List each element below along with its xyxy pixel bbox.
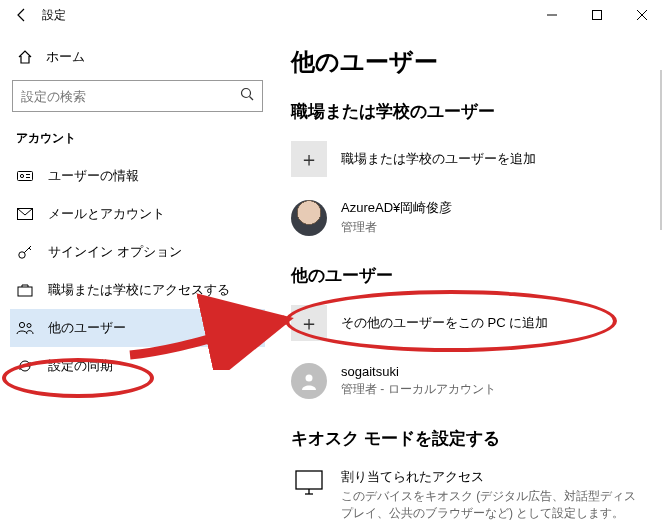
svg-rect-18 bbox=[296, 471, 322, 489]
monitor-icon bbox=[291, 468, 327, 504]
group-kiosk-title: キオスク モードを設定する bbox=[291, 427, 648, 450]
add-work-school-label: 職場または学校のユーザーを追加 bbox=[341, 150, 536, 168]
nav-list: ユーザーの情報 メールとアカウント サインイン オプション 職場または学校にアク… bbox=[10, 157, 265, 385]
close-button[interactable] bbox=[619, 0, 664, 30]
nav-label: 職場または学校にアクセスする bbox=[48, 281, 230, 299]
add-other-user-label: その他のユーザーをこの PC に追加 bbox=[341, 314, 548, 332]
group-work-school-title: 職場または学校のユーザー bbox=[291, 100, 648, 123]
left-pane: ホーム アカウント ユーザーの情報 メールとアカウント サインイン オプション bbox=[0, 30, 275, 525]
kiosk-item-desc: このデバイスをキオスク (デジタル広告、対話型ディスプレイ、公共のブラウザーなど… bbox=[341, 488, 641, 522]
home-label: ホーム bbox=[46, 48, 85, 66]
svg-rect-1 bbox=[592, 11, 601, 20]
key-icon bbox=[16, 244, 34, 260]
nav-label: 設定の同期 bbox=[48, 357, 113, 375]
svg-point-4 bbox=[242, 89, 251, 98]
nav-sync-settings[interactable]: 設定の同期 bbox=[10, 347, 265, 385]
right-pane: 他のユーザー 職場または学校のユーザー ＋ 職場または学校のユーザーを追加 Az… bbox=[275, 30, 664, 525]
plus-icon: ＋ bbox=[291, 305, 327, 341]
content-area: ホーム アカウント ユーザーの情報 メールとアカウント サインイン オプション bbox=[0, 30, 664, 525]
mail-icon bbox=[16, 208, 34, 220]
svg-point-7 bbox=[20, 174, 23, 177]
nav-label: メールとアカウント bbox=[48, 205, 165, 223]
section-label: アカウント bbox=[10, 130, 265, 157]
nav-label: 他のユーザー bbox=[48, 319, 126, 337]
minimize-button[interactable] bbox=[529, 0, 574, 30]
window-title: 設定 bbox=[42, 7, 66, 24]
user-role: 管理者 - ローカルアカウント bbox=[341, 381, 496, 398]
svg-point-11 bbox=[19, 252, 25, 258]
other-user-row[interactable]: sogaitsuki 管理者 - ローカルアカウント bbox=[291, 359, 648, 417]
user-info-icon bbox=[16, 169, 34, 183]
add-other-user[interactable]: ＋ その他のユーザーをこの PC に追加 bbox=[291, 301, 648, 359]
nav-label: サインイン オプション bbox=[48, 243, 182, 261]
nav-other-users[interactable]: 他のユーザー bbox=[10, 309, 265, 347]
page-title: 他のユーザー bbox=[291, 46, 648, 78]
avatar-photo bbox=[291, 200, 327, 236]
kiosk-item-label: 割り当てられたアクセス bbox=[341, 468, 641, 486]
home-icon bbox=[16, 49, 34, 65]
avatar-generic-icon bbox=[291, 363, 327, 399]
svg-point-17 bbox=[306, 375, 313, 382]
search-box[interactable] bbox=[12, 80, 263, 112]
user-name: AzureAD¥岡崎俊彦 bbox=[341, 199, 452, 217]
svg-line-5 bbox=[250, 97, 254, 101]
nav-label: ユーザーの情報 bbox=[48, 167, 139, 185]
svg-point-15 bbox=[19, 322, 24, 327]
kiosk-assigned-access[interactable]: 割り当てられたアクセス このデバイスをキオスク (デジタル広告、対話型ディスプレ… bbox=[291, 464, 648, 525]
nav-signin-options[interactable]: サインイン オプション bbox=[10, 233, 265, 271]
svg-rect-14 bbox=[18, 287, 32, 296]
user-role: 管理者 bbox=[341, 219, 452, 236]
nav-user-info[interactable]: ユーザーの情報 bbox=[10, 157, 265, 195]
svg-rect-6 bbox=[18, 172, 33, 181]
sync-icon bbox=[16, 358, 34, 374]
plus-icon: ＋ bbox=[291, 141, 327, 177]
work-school-user-row[interactable]: AzureAD¥岡崎俊彦 管理者 bbox=[291, 195, 648, 254]
maximize-button[interactable] bbox=[574, 0, 619, 30]
briefcase-icon bbox=[16, 283, 34, 297]
back-button[interactable] bbox=[8, 1, 36, 29]
scrollbar[interactable] bbox=[660, 70, 662, 230]
nav-email-accounts[interactable]: メールとアカウント bbox=[10, 195, 265, 233]
svg-point-16 bbox=[27, 324, 31, 328]
people-icon bbox=[16, 321, 34, 335]
search-icon bbox=[240, 87, 254, 105]
titlebar: 設定 bbox=[0, 0, 664, 30]
home-button[interactable]: ホーム bbox=[10, 42, 265, 80]
nav-access-work-school[interactable]: 職場または学校にアクセスする bbox=[10, 271, 265, 309]
window-controls bbox=[529, 0, 664, 30]
group-other-users-title: 他のユーザー bbox=[291, 264, 648, 287]
svg-line-13 bbox=[29, 248, 31, 250]
add-work-school-user[interactable]: ＋ 職場または学校のユーザーを追加 bbox=[291, 137, 648, 195]
user-name: sogaitsuki bbox=[341, 364, 496, 379]
search-input[interactable] bbox=[21, 89, 240, 104]
